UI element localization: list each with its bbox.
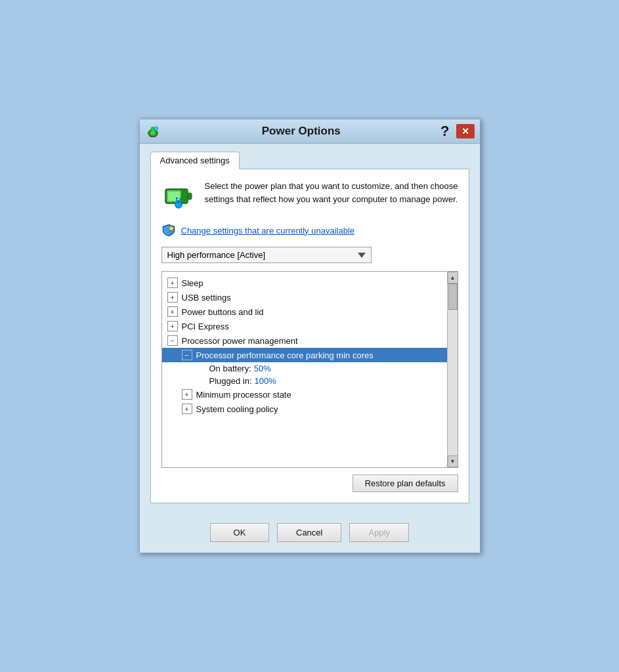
expand-power-buttons[interactable]: + xyxy=(167,306,178,317)
description-text: Select the power plan that you want to c… xyxy=(205,180,458,205)
dialog-body: Advanced settings xyxy=(140,144,480,514)
svg-rect-5 xyxy=(155,127,156,131)
dropdown-row: High performance [Active]BalancedPower s… xyxy=(161,247,458,263)
tree-item-processor-mgmt[interactable]: − Processor power management xyxy=(162,333,447,348)
tree-item-usb[interactable]: + USB settings xyxy=(162,290,447,304)
power-icon xyxy=(161,180,196,214)
advanced-settings-tab[interactable]: Advanced settings xyxy=(150,152,240,169)
title-bar: Power Options ? ✕ xyxy=(140,119,480,144)
tree-item-core-parking[interactable]: − Processor performance core parking min… xyxy=(162,348,447,362)
scrollbar-track: ▲ ▼ xyxy=(447,272,458,467)
tree-item-cooling[interactable]: + System cooling policy xyxy=(162,402,447,416)
dialog-title: Power Options xyxy=(166,125,437,138)
scrollbar-down-arrow[interactable]: ▼ xyxy=(448,455,458,467)
tree-value-plugged-in: Plugged in: 100% xyxy=(162,375,447,387)
help-button[interactable]: ? xyxy=(437,124,453,138)
bottom-buttons: OK Cancel Apply xyxy=(140,514,480,553)
expand-cooling[interactable]: + xyxy=(182,404,192,414)
close-button[interactable]: ✕ xyxy=(456,124,475,138)
window-controls: ? ✕ xyxy=(437,124,474,138)
titlebar-icon xyxy=(145,123,161,139)
tree-item-min-processor[interactable]: + Minimum processor state xyxy=(162,387,447,402)
tree-item-power-buttons[interactable]: + Power buttons and lid xyxy=(162,304,447,319)
settings-tree: + Sleep + USB settings + Power buttons a… xyxy=(161,271,458,468)
power-plan-dropdown[interactable]: High performance [Active]BalancedPower s… xyxy=(161,247,372,263)
tab-bar: Advanced settings xyxy=(150,152,469,169)
restore-defaults-button[interactable]: Restore plan defaults xyxy=(352,474,458,492)
tree-value-on-battery: On battery: 50% xyxy=(162,362,447,375)
power-options-dialog: Power Options ? ✕ Advanced settings xyxy=(139,119,480,553)
apply-button[interactable]: Apply xyxy=(349,523,409,542)
svg-rect-9 xyxy=(168,192,180,201)
svg-rect-15 xyxy=(176,198,178,199)
expand-pci[interactable]: + xyxy=(167,321,178,331)
scrollbar-up-arrow[interactable]: ▲ xyxy=(448,272,458,284)
svg-point-16 xyxy=(179,198,181,200)
change-link-row: Change settings that are currently unava… xyxy=(161,223,458,238)
svg-point-3 xyxy=(150,131,156,136)
svg-point-17 xyxy=(169,226,173,230)
shield-icon xyxy=(161,223,176,238)
restore-row: Restore plan defaults xyxy=(161,474,458,492)
tree-item-sleep[interactable]: + Sleep xyxy=(162,276,447,290)
tree-item-pci[interactable]: + PCI Express xyxy=(162,319,447,333)
change-settings-link[interactable]: Change settings that are currently unava… xyxy=(181,226,355,236)
expand-sleep[interactable]: + xyxy=(167,278,178,288)
svg-rect-7 xyxy=(188,193,192,200)
tab-content: Select the power plan that you want to c… xyxy=(150,169,469,503)
tree-content: + Sleep + USB settings + Power buttons a… xyxy=(162,272,447,467)
description-area: Select the power plan that you want to c… xyxy=(161,180,458,214)
expand-core-parking[interactable]: − xyxy=(182,350,192,360)
expand-processor-mgmt[interactable]: − xyxy=(167,335,178,346)
cancel-button[interactable]: Cancel xyxy=(277,523,341,542)
expand-min-processor[interactable]: + xyxy=(182,389,192,400)
scrollbar-thumb[interactable] xyxy=(448,284,458,310)
expand-usb[interactable]: + xyxy=(167,292,178,303)
ok-button[interactable]: OK xyxy=(210,523,269,542)
